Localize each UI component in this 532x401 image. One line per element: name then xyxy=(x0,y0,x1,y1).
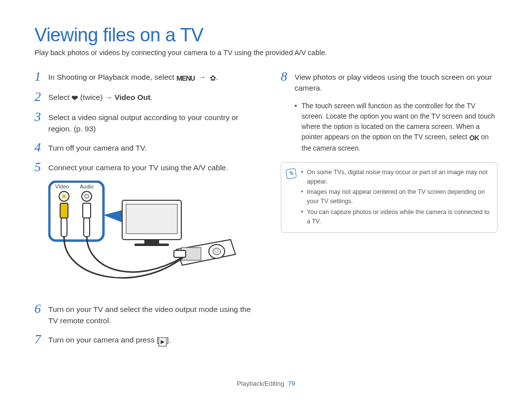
arrow-icon: → xyxy=(199,72,206,83)
svg-point-14 xyxy=(213,248,221,255)
page-subtitle: Play back photos or videos by connecting… xyxy=(34,49,498,57)
footer-section: Playback/Editing xyxy=(237,380,284,387)
svg-rect-8 xyxy=(84,218,90,237)
step-2: 2 Select ❤ (twice) → Video Out. xyxy=(34,91,251,104)
note-item: • You can capture photos or videos while… xyxy=(301,208,490,226)
bullet-dot-icon: • xyxy=(301,168,307,186)
step-text-pre: In Shooting or Playback mode, select xyxy=(48,73,176,81)
step-4: 4 Turn off your camera and TV. xyxy=(34,141,251,154)
step-8: 8 View photos or play videos using the t… xyxy=(281,70,498,94)
step-text-mid: (twice) → xyxy=(78,93,114,101)
note-icon: ✎ xyxy=(286,168,297,180)
step-text-pre: Turn on your camera and press [ xyxy=(48,336,159,344)
step-text: Select ❤ (twice) → Video Out. xyxy=(48,91,153,104)
svg-rect-0 xyxy=(49,182,103,241)
note-item: • On some TVs, digital noise may occur o… xyxy=(301,168,490,186)
step-text: Turn on your TV and select the video out… xyxy=(48,303,251,326)
svg-rect-10 xyxy=(126,204,177,234)
step-text: In Shooting or Playback mode, select MEN… xyxy=(48,70,218,84)
chevron-down-icon: ❤ xyxy=(71,93,78,104)
gear-icon: ✿ xyxy=(210,73,216,84)
step-text-post: . xyxy=(150,93,152,101)
step-number: 2 xyxy=(34,91,48,103)
step-text-post: ]. xyxy=(166,336,171,344)
step-text: Connect your camera to your TV using the… xyxy=(48,161,228,173)
step-number: 1 xyxy=(34,70,48,83)
page-title: Viewing files on a TV xyxy=(34,25,498,46)
bullet-dot-icon: • xyxy=(301,187,307,206)
svg-rect-7 xyxy=(83,203,91,218)
step-number: 6 xyxy=(34,303,48,315)
note-item: • Images may not appear centered on the … xyxy=(301,187,490,206)
step-5: 5 Connect your camera to your TV using t… xyxy=(34,161,251,174)
note-text: You can capture photos or videos while t… xyxy=(307,208,490,226)
step-6: 6 Turn on your TV and select the video o… xyxy=(34,303,251,326)
svg-rect-11 xyxy=(144,240,159,244)
note-text: Images may not appear centered on the TV… xyxy=(307,187,490,206)
step-8-sub: • The touch screen will function as the … xyxy=(295,101,498,154)
content-columns: 1 In Shooting or Playback mode, select M… xyxy=(34,70,498,353)
step-text: Turn off your camera and TV. xyxy=(48,141,147,154)
connection-diagram: Video Audio xyxy=(48,181,245,294)
step-number: 8 xyxy=(281,70,295,83)
step-3: 3 Select a video signal output according… xyxy=(34,111,251,134)
right-column: 8 View photos or play videos using the t… xyxy=(281,70,498,353)
step-text: Turn on your camera and press [▶]. xyxy=(48,333,171,346)
playback-icon: ▶ xyxy=(159,338,166,346)
svg-rect-6 xyxy=(61,218,67,237)
page-number: 79 xyxy=(288,380,295,387)
note-text: On some TVs, digital noise may occur or … xyxy=(307,168,490,186)
svg-rect-12 xyxy=(134,244,169,246)
svg-point-2 xyxy=(62,194,66,198)
step-number: 5 xyxy=(34,161,48,174)
menu-icon: MENU xyxy=(176,73,195,83)
svg-rect-16 xyxy=(174,250,186,257)
video-out-label: Video Out xyxy=(114,93,150,101)
step-number: 4 xyxy=(34,141,48,154)
diagram-svg xyxy=(48,181,245,294)
step-1: 1 In Shooting or Playback mode, select M… xyxy=(34,70,251,84)
note-list: • On some TVs, digital noise may occur o… xyxy=(301,168,490,228)
svg-rect-5 xyxy=(60,203,68,218)
step-number: 3 xyxy=(34,111,48,123)
page-footer: Playback/Editing 79 xyxy=(0,380,532,387)
sub-bullet-text: The touch screen will function as the co… xyxy=(301,101,498,154)
bullet-dot-icon: • xyxy=(301,208,307,226)
step-text: Select a video signal output according t… xyxy=(48,111,251,134)
step-7: 7 Turn on your camera and press [▶]. xyxy=(34,333,251,346)
bullet-dot-icon: • xyxy=(295,101,301,154)
ok-icon: OK xyxy=(469,133,479,143)
sub-bullet: • The touch screen will function as the … xyxy=(295,101,498,154)
svg-point-4 xyxy=(85,194,89,198)
step-text-pre: Select xyxy=(48,93,71,101)
step-text: View photos or play videos using the tou… xyxy=(295,70,498,94)
note-box: ✎ • On some TVs, digital noise may occur… xyxy=(281,162,498,233)
step-number: 7 xyxy=(34,333,48,346)
left-column: 1 In Shooting or Playback mode, select M… xyxy=(34,70,251,353)
sub-text-pre: The touch screen will function as the co… xyxy=(301,102,495,141)
